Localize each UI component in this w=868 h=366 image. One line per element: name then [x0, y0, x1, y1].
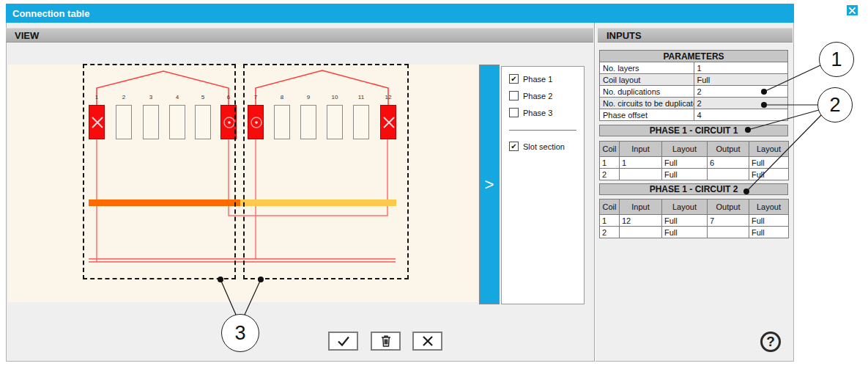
column-header: Layout: [749, 200, 789, 215]
circuit1-table-title: PHASE 1 - CIRCUIT 1: [599, 125, 788, 136]
param-name: No. layers: [600, 62, 694, 74]
checkmark-icon: [336, 334, 351, 348]
param-name: No. duplications: [600, 86, 694, 98]
layout-cell[interactable]: Full: [662, 227, 708, 238]
column-header: Coil: [600, 142, 620, 157]
question-mark-icon: ?: [766, 334, 775, 350]
param-value[interactable]: 2: [694, 98, 788, 109]
input-cell[interactable]: [620, 169, 662, 180]
circuit2-table: Coil Input Layout Output Layout 1 12 Ful…: [599, 199, 789, 238]
close-icon: [848, 7, 856, 15]
coil-cell: 2: [600, 169, 620, 180]
column-header: Output: [708, 142, 749, 157]
output-cell[interactable]: 6: [708, 157, 749, 169]
section-splitter-highlight: [595, 23, 596, 362]
layout-cell[interactable]: Full: [749, 169, 789, 180]
checkbox-phase-2[interactable]: Phase 2: [509, 90, 584, 101]
checkbox-phase-1[interactable]: ✔ Phase 1: [509, 73, 584, 84]
input-cell[interactable]: 12: [620, 215, 662, 227]
checkbox-slot-section[interactable]: ✔ Slot section: [509, 141, 584, 152]
dialog-titlebar: Connection table: [6, 4, 794, 23]
param-value[interactable]: Full: [694, 74, 788, 86]
connection-table-dialog: Connection table VIEW INPUTS: [0, 0, 868, 366]
layout-cell[interactable]: Full: [662, 157, 708, 169]
delete-button[interactable]: [371, 332, 401, 351]
checkbox-label: Phase 1: [523, 75, 552, 84]
circuit2-table-title: PHASE 1 - CIRCUIT 2: [599, 183, 788, 195]
column-header: Coil: [600, 200, 620, 215]
param-value[interactable]: 4: [694, 109, 788, 121]
close-button[interactable]: [845, 4, 859, 17]
param-value[interactable]: 1: [694, 62, 788, 74]
circuit2-dashed-outline: [243, 64, 409, 279]
column-header: Layout: [749, 142, 789, 157]
column-header: Layout: [662, 200, 708, 215]
checkbox-checked-icon: ✔: [509, 142, 519, 151]
param-name: Coil layout: [600, 74, 694, 86]
x-icon: [420, 334, 435, 348]
trash-icon: [379, 334, 393, 348]
input-cell[interactable]: 1: [620, 157, 662, 169]
coil-cell: 1: [600, 157, 620, 169]
checkbox-label: Phase 3: [523, 109, 552, 117]
layout-cell[interactable]: Full: [662, 215, 708, 227]
param-name: Phase offset: [600, 109, 694, 121]
parameters-table-title: PARAMETERS: [600, 51, 788, 62]
help-button[interactable]: ?: [760, 332, 781, 352]
chevron-right-icon: >: [485, 175, 494, 194]
view-section-header: VIEW: [6, 28, 593, 43]
layout-cell[interactable]: Full: [749, 215, 789, 227]
output-cell[interactable]: [708, 227, 749, 238]
coil-cell: 2: [600, 227, 620, 238]
column-header: Layout: [662, 142, 708, 157]
inputs-section-header: INPUTS: [598, 28, 793, 43]
cancel-button[interactable]: [412, 332, 442, 351]
circuit1-table: Coil Input Layout Output Layout 1 1 Full…: [599, 141, 789, 180]
checkbox-unchecked-icon: [509, 108, 519, 117]
confirm-button[interactable]: [328, 332, 358, 351]
checkbox-unchecked-icon: [509, 91, 519, 100]
param-value[interactable]: 2: [694, 86, 788, 98]
checkbox-label: Phase 2: [523, 92, 552, 100]
inputs-section-title: INPUTS: [607, 30, 642, 41]
coil-cell: 1: [600, 215, 620, 227]
callout-1: 1: [819, 42, 854, 77]
display-options-panel: ✔ Phase 1 Phase 2 Phase 3 ✔ Slot section: [501, 66, 585, 304]
callout-3: 3: [221, 314, 259, 352]
checkbox-checked-icon: ✔: [509, 74, 519, 84]
view-section-title: VIEW: [15, 30, 39, 41]
legend-separator: [509, 130, 576, 131]
column-header: Input: [620, 200, 662, 215]
dialog-title: Connection table: [6, 8, 89, 19]
callout-2: 2: [817, 87, 853, 122]
column-header: Input: [620, 142, 662, 157]
circuit1-dashed-outline: [83, 64, 236, 279]
winding-diagram-canvas: 1 2 3 4 5 6 7 8 9 10 11 12: [8, 65, 478, 302]
layout-cell[interactable]: Full: [749, 157, 789, 169]
checkbox-label: Slot section: [523, 142, 565, 151]
output-cell[interactable]: [708, 169, 749, 180]
column-header: Output: [708, 200, 749, 215]
layout-cell[interactable]: Full: [749, 227, 789, 238]
input-cell[interactable]: [620, 227, 662, 238]
output-cell[interactable]: 7: [708, 215, 749, 227]
panel-expander[interactable]: >: [479, 65, 500, 304]
param-name: No. circuits to be duplicated: [600, 98, 694, 109]
layout-cell[interactable]: Full: [662, 169, 708, 180]
parameters-table: PARAMETERS No. layers 1 Coil layout Full…: [599, 50, 788, 121]
checkbox-phase-3[interactable]: Phase 3: [509, 107, 584, 118]
